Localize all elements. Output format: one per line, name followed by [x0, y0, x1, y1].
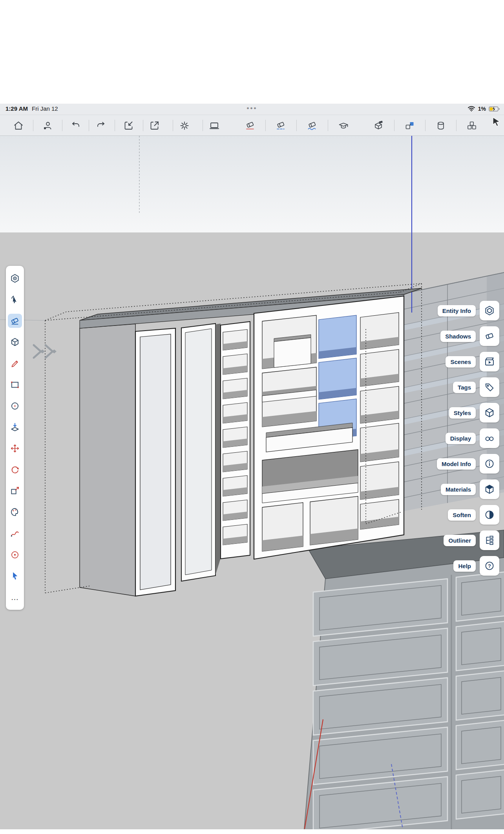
undo-button[interactable]	[68, 117, 85, 134]
export-button[interactable]	[146, 117, 163, 134]
soften-edges-button[interactable]	[335, 117, 352, 134]
panel-row-outliner: Outliner	[444, 530, 499, 550]
help-label[interactable]: Help	[453, 560, 476, 572]
soften-icon	[484, 509, 495, 520]
top-toolbar	[0, 115, 504, 136]
push-pull-icon	[10, 422, 20, 432]
home-button[interactable]	[10, 117, 27, 134]
scenes-label[interactable]: Scenes	[446, 356, 476, 368]
tool-circle[interactable]	[6, 395, 24, 417]
soften-tool-button[interactable]	[303, 117, 321, 134]
shadows-label[interactable]: Shadows	[440, 331, 476, 342]
tool-offset[interactable]	[6, 544, 24, 565]
more-icon: …	[11, 595, 19, 599]
cylinder-button[interactable]	[432, 117, 449, 134]
wifi-icon	[467, 106, 475, 112]
battery-percent: 1%	[478, 106, 486, 112]
paint-icon	[10, 507, 20, 517]
scenes-button[interactable]	[480, 352, 499, 371]
settings-button[interactable]	[176, 117, 193, 134]
entity-info-icon	[484, 305, 495, 316]
multitask-dots: •••	[0, 104, 504, 112]
tags-button[interactable]	[480, 377, 499, 397]
panel-row-display: Display	[446, 428, 499, 448]
shadows-icon	[484, 331, 495, 342]
import-button[interactable]	[120, 117, 137, 134]
styles-label[interactable]: Styles	[449, 407, 476, 419]
panel-row-materials: Materials	[441, 479, 499, 499]
entity-info-button[interactable]	[480, 301, 499, 320]
panel-row-scenes: Scenes	[446, 352, 499, 371]
erase-tool-button[interactable]	[241, 117, 259, 134]
tool-move[interactable]	[6, 438, 24, 459]
outliner-button[interactable]	[480, 530, 499, 550]
tool-scale[interactable]	[6, 480, 24, 501]
rotate-icon	[10, 465, 20, 475]
scenes-icon	[484, 356, 495, 367]
tool-autoshape[interactable]	[6, 268, 24, 289]
settings-icon	[179, 120, 190, 131]
tool-box[interactable]	[6, 331, 24, 353]
home-icon	[13, 120, 24, 131]
panel-row-model-info: Model Info	[437, 454, 499, 474]
tool-select-las[interactable]	[6, 289, 24, 310]
right-panel: Entity Info Shadows Scenes Tags Styles D…	[437, 301, 499, 576]
styles-button[interactable]	[480, 403, 499, 422]
primitives-button[interactable]	[463, 117, 480, 134]
tool-more[interactable]: …	[6, 587, 24, 608]
eraser-erase-icon	[245, 120, 256, 131]
tool-pencil[interactable]	[6, 353, 24, 374]
tags-label[interactable]: Tags	[453, 382, 476, 393]
hide-tool-button[interactable]	[272, 117, 289, 134]
panel-row-entity-info: Entity Info	[438, 301, 499, 320]
help-button[interactable]: ?	[480, 556, 499, 576]
model-canvas[interactable]: … Entity Info Shadows Scenes Tags Styles	[0, 136, 504, 829]
display-label[interactable]: Display	[446, 433, 476, 444]
model-info-label[interactable]: Model Info	[437, 458, 476, 470]
redo-button[interactable]	[92, 117, 109, 134]
components-button[interactable]	[401, 117, 418, 134]
outliner-label[interactable]: Outliner	[444, 535, 476, 546]
cursor-icon	[10, 571, 20, 581]
entity-info-label[interactable]: Entity Info	[438, 305, 476, 316]
autoshape-icon	[10, 273, 20, 283]
account-icon	[42, 120, 53, 131]
materials-button[interactable]	[480, 479, 499, 499]
panel-row-shadows: Shadows	[440, 326, 499, 346]
solid-tools-icon	[373, 120, 384, 131]
display-button[interactable]	[480, 428, 499, 448]
import-model-icon	[123, 120, 134, 131]
box-tool-icon	[10, 337, 20, 347]
freehand-icon	[10, 529, 20, 539]
soften-button[interactable]	[480, 505, 499, 525]
shadows-button[interactable]	[480, 326, 499, 346]
tool-rectangle[interactable]	[6, 374, 24, 395]
soften-label[interactable]: Soften	[448, 509, 476, 521]
panel-row-styles: Styles	[449, 403, 499, 422]
eraser-soften-icon	[307, 120, 318, 131]
circle-tool-icon	[10, 401, 20, 411]
tool-paint[interactable]	[6, 501, 24, 523]
cylinder-tool-icon	[435, 120, 446, 131]
mouse-cursor	[491, 117, 502, 128]
tool-push-pull[interactable]	[6, 417, 24, 438]
tool-rotate[interactable]	[6, 459, 24, 480]
scale-icon	[10, 486, 20, 496]
selected-blue-shelves	[319, 315, 356, 440]
tool-freehand[interactable]	[6, 523, 24, 544]
offset-icon	[10, 550, 20, 560]
styles-icon	[484, 407, 495, 418]
account-button[interactable]	[39, 117, 57, 134]
send-to-device-button[interactable]	[206, 117, 223, 134]
battery-icon	[489, 106, 500, 112]
bottom-letterbox	[0, 829, 504, 834]
panel-row-help: Help ?	[453, 556, 499, 576]
tool-eraser[interactable]	[6, 310, 24, 331]
model-info-button[interactable]	[480, 454, 499, 474]
materials-label[interactable]: Materials	[441, 484, 476, 495]
tool-cursor[interactable]	[6, 565, 24, 587]
materials-icon	[484, 484, 495, 495]
help-icon: ?	[484, 560, 495, 571]
model-scene	[0, 136, 504, 829]
solid-tools-button[interactable]	[370, 117, 387, 134]
